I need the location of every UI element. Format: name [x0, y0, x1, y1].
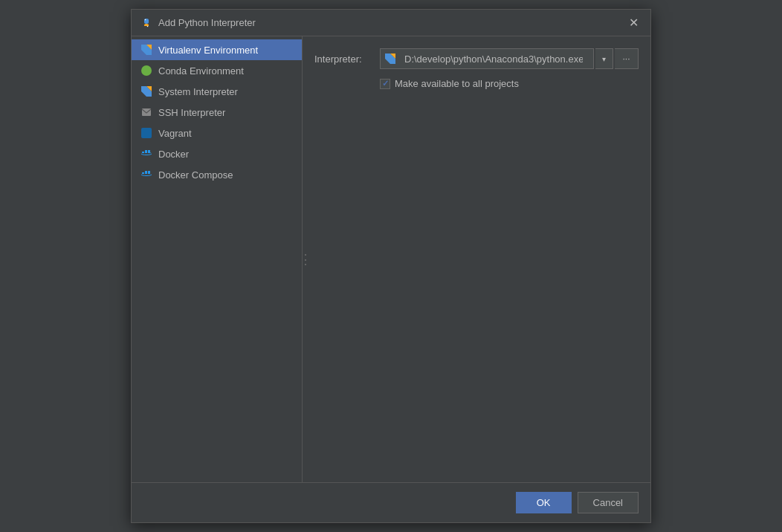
docker-icon [140, 148, 152, 160]
sidebar-label-docker-compose: Docker Compose [158, 169, 233, 181]
sidebar-item-docker[interactable]: Docker [132, 143, 302, 164]
svg-rect-12 [148, 171, 150, 172]
svg-point-1 [147, 25, 149, 27]
interpreter-path-input[interactable] [398, 49, 589, 68]
svg-rect-2 [142, 108, 151, 116]
dialog-body: Virtualenv Environment Conda Environment… [132, 36, 650, 482]
sidebar-resize-handle[interactable]: ⋮ [299, 251, 312, 267]
interpreter-browse-button[interactable]: ··· [615, 48, 639, 69]
svg-rect-4 [145, 152, 147, 153]
svg-rect-8 [142, 172, 144, 174]
interpreter-dropdown-button[interactable]: ▾ [595, 48, 613, 69]
svg-rect-9 [145, 172, 147, 174]
interpreter-input-group: ▾ ··· [380, 48, 639, 69]
svg-rect-11 [148, 172, 150, 174]
chevron-down-icon: ▾ [602, 55, 606, 63]
svg-rect-5 [145, 150, 147, 152]
checkbox-row: Make available to all projects [314, 78, 639, 89]
interpreter-label: Interpreter: [314, 53, 374, 65]
make-available-checkbox[interactable] [380, 79, 390, 89]
ok-button[interactable]: OK [516, 492, 572, 513]
sidebar-item-docker-compose[interactable]: Docker Compose [132, 164, 302, 185]
svg-rect-7 [148, 150, 150, 152]
sidebar-label-system: System Interpreter [158, 86, 238, 97]
interpreter-row: Interpreter: ▾ ··· [314, 48, 639, 69]
sidebar-label-vagrant: Vagrant [158, 128, 192, 139]
svg-rect-3 [142, 152, 144, 153]
title-bar-left: Add Python Interpreter [140, 17, 256, 29]
close-button[interactable]: ✕ [626, 16, 642, 30]
sidebar-item-system[interactable]: System Interpreter [132, 81, 302, 102]
main-content: Interpreter: ▾ ··· [303, 36, 650, 482]
sidebar-label-ssh: SSH Interpreter [158, 107, 225, 118]
sidebar: Virtualenv Environment Conda Environment… [132, 36, 303, 482]
vagrant-icon [140, 127, 152, 139]
conda-icon [140, 65, 152, 77]
dialog-footer: OK Cancel [132, 482, 650, 522]
sidebar-item-vagrant[interactable]: Vagrant [132, 123, 302, 143]
python-icon [140, 17, 152, 29]
sidebar-item-conda[interactable]: Conda Environment [132, 60, 302, 81]
svg-point-0 [145, 19, 146, 20]
ellipsis-icon: ··· [622, 53, 630, 64]
dialog-title: Add Python Interpreter [158, 17, 256, 28]
docker-compose-icon [140, 169, 152, 181]
make-available-label: Make available to all projects [395, 78, 519, 89]
virtualenv-icon [140, 44, 152, 56]
cancel-button[interactable]: Cancel [578, 492, 639, 513]
sidebar-label-virtualenv: Virtualenv Environment [158, 45, 258, 56]
title-bar: Add Python Interpreter ✕ [132, 10, 650, 36]
sidebar-item-ssh[interactable]: SSH Interpreter [132, 102, 302, 123]
add-python-interpreter-dialog: Add Python Interpreter ✕ Virtualenv Envi… [131, 9, 651, 523]
make-available-checkbox-container[interactable]: Make available to all projects [380, 78, 519, 89]
ssh-icon [140, 106, 152, 118]
sidebar-item-virtualenv[interactable]: Virtualenv Environment [132, 39, 302, 60]
svg-rect-10 [145, 171, 147, 172]
sidebar-label-docker: Docker [158, 149, 189, 160]
sidebar-label-conda: Conda Environment [158, 65, 244, 77]
system-interpreter-icon [140, 85, 152, 97]
